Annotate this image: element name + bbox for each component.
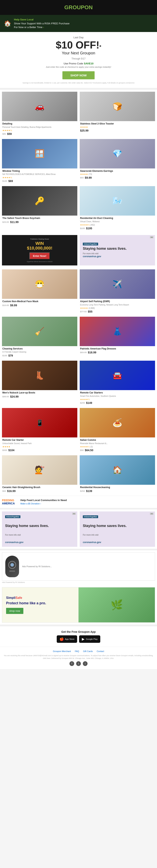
alone-sub-card-1: For more info visit (5, 534, 74, 536)
alone-url-1[interactable]: coronavirus.gov (83, 255, 152, 258)
product-card-1[interactable]: 🚗 Detailing Personal Touch Auto Detailin… (2, 92, 77, 137)
sale-price-6: $195 (86, 227, 92, 230)
simplisafe-ad-section[interactable]: SimpliSafe Protect home like a pro. shop… (0, 585, 157, 624)
product-title-8: Airport Self Parking (EWR) (80, 300, 155, 303)
product-info-12: Remote Car Starters Smart Fire Automotiv… (80, 390, 155, 406)
product-card-11[interactable]: 👢 Men's Nubuck Lace-up Boots $88.99 $24.… (2, 361, 77, 406)
original-price-4: $60 (80, 177, 84, 179)
groupon-logo: GROUPON (0, 2, 157, 13)
app-store-badge[interactable]: 🍎 App Store (57, 636, 77, 643)
feeding-america-donate-link[interactable]: Make a $5 Donation › (21, 502, 41, 505)
footer-links-container: Groupon Merchant FAQ Gift Cards Contact (3, 650, 154, 652)
google-play-icon: ▶ (82, 637, 85, 641)
product-stars-8: ★★★★ (2,868) (80, 307, 155, 309)
product-card-14[interactable]: 🍝 Italian Cuisine Riverside Manor Restau… (80, 408, 155, 453)
apple-icon: 🍎 (59, 637, 64, 641)
simplisafe-image-section: 🌿 (78, 587, 155, 622)
product-info-4: Swarovski Elements Earrings ★★★★ (73) $6… (80, 168, 155, 181)
app-download-section: Get the Free Groupon App 🍎 App Store ▶ G… (0, 626, 157, 647)
original-price-12: $299 (80, 402, 85, 404)
product-title-6: Residential Air-Duct Cleaning (80, 217, 155, 220)
alone-sub-card-2: For more info visit (83, 534, 152, 536)
pch-enter-button[interactable]: Enter Now! (29, 252, 50, 259)
product-stars-4: ★★★★ (73) (80, 173, 155, 176)
product-card-6[interactable]: 🌬️ Residential Air-Duct Cleaning Virtual… (80, 186, 155, 231)
alone-headline-1: Staying home saves lives. (83, 247, 152, 251)
product-image-13: 📱 (2, 408, 77, 437)
instagram-icon[interactable]: i (83, 661, 88, 666)
product-image-11: 👢 (2, 361, 77, 390)
product-card-7[interactable]: 😷 Custom Non-Medical Face Mask $19.99 $9… (2, 269, 77, 314)
product-card-3[interactable]: 🪟 Window Tinting NA TECHNOLOGIES AUTOMOB… (2, 139, 77, 184)
original-price-5: $29.99 (2, 221, 9, 223)
pch-ad-left: Publishers Clearing House WIN$10,000,000… (2, 235, 77, 266)
product-image-4: 💎 (80, 139, 155, 168)
product-info-11: Men's Nubuck Lace-up Boots $88.99 $24.99 (2, 390, 77, 399)
product-subtitle-1: Personal Touch Auto Detailing, Buena Rid… (2, 126, 77, 128)
alone-tag-1: #AloneTogether (83, 243, 98, 245)
product-card-13[interactable]: 📱 Remote Car Starter Untouchable Sound, … (2, 408, 77, 453)
product-subtitle-3: NA TECHNOLOGIES AUTOMOBILE SERVICES, All… (2, 173, 77, 176)
product-info-14: Italian Cuisine Riverside Manor Restaura… (80, 437, 155, 453)
google-play-badge[interactable]: ▶ Google Play (79, 636, 100, 643)
promo-sub-text: Just enter the code at checkout to apply… (6, 66, 151, 68)
product-info-3: Window Tinting NA TECHNOLOGIES AUTOMOBIL… (2, 168, 77, 184)
doorbell-ad-attribution: Ads Powered by RI Solutions (2, 581, 155, 583)
product-stars-12: ★★★★½ (80, 398, 155, 401)
product-image-10: 👗 (80, 317, 155, 346)
doorbell-image (5, 556, 19, 577)
product-stars-1: ★★★★½ (2, 129, 77, 132)
product-image-7: 😷 (2, 269, 77, 299)
coupon-disclaimer: Savings is not transferable, limited to … (6, 82, 151, 84)
simplisafe-shop-button[interactable]: shop now (6, 608, 23, 614)
feeding-america-section[interactable]: FEEDING AMERICA Help Feed Local Communit… (0, 496, 157, 508)
product-stars-3: ★★★★½ (2, 176, 77, 179)
original-price-15: $60 (2, 490, 6, 492)
promo-banner[interactable]: 🏠 Help Save Local Show Your Support With… (0, 15, 157, 32)
product-info-9: Cleaning Services In Friendly Carpet Cle… (2, 346, 77, 359)
product-title-13: Remote Car Starter (2, 439, 77, 442)
alone-together-pair: Ad #AloneTogether Staying home saves liv… (0, 509, 157, 549)
alone-url-card-2[interactable]: coronavirus.gov (83, 541, 152, 544)
sale-price-13: $104 (8, 448, 14, 452)
original-price-7: $19.99 (2, 304, 9, 307)
footer-section: Groupon Merchant FAQ Gift Cards Contact … (0, 647, 157, 669)
product-title-15: Ceramic Hair-Straightening Brush (2, 486, 77, 489)
product-card-5[interactable]: 🔑 The Safest Touch Brass Keychain $29.99… (2, 186, 77, 231)
pch-ad-banner[interactable]: Publishers Clearing House WIN$10,000,000… (0, 233, 157, 268)
product-title-10: Patriotic American Flag Dresses (80, 347, 155, 350)
footer-disclaimer: You are receiving this email because 180… (3, 654, 154, 660)
product-stars-2: ★★★★ (80, 126, 155, 128)
sale-price-4: $9.99 (85, 176, 92, 179)
product-card-12[interactable]: 🚘 Remote Car Starters Smart Fire Automot… (80, 361, 155, 406)
product-title-14: Italian Cuisine (80, 439, 155, 442)
facebook-icon[interactable]: f (69, 661, 74, 666)
product-subtitle-8: Economy Long Term Parking, Newark Long T… (80, 304, 155, 306)
product-card-4[interactable]: 💎 Swarovski Elements Earrings ★★★★ (73) … (80, 139, 155, 184)
footer-link-contact[interactable]: Contact (97, 650, 104, 652)
footer-link-faq[interactable]: FAQ (75, 650, 79, 652)
product-card-15[interactable]: 💇 Ceramic Hair-Straightening Brush $60 $… (2, 455, 77, 494)
sale-price-14: $64.50 (85, 448, 93, 452)
twitter-icon[interactable]: t (76, 661, 81, 666)
product-image-6: 🌬️ (80, 186, 155, 216)
product-card-2[interactable]: 🍞 Stainless Steel 2-Slice Toaster ★★★★ $… (80, 92, 155, 137)
product-card-9[interactable]: 🧹 Cleaning Services In Friendly Carpet C… (2, 317, 77, 359)
simplisafe-text-section: SimpliSafe Protect home like a pro. shop… (2, 587, 78, 622)
product-info-8: Airport Self Parking (EWR) Economy Long … (80, 299, 155, 314)
shop-now-button[interactable]: SHOP NOW (62, 71, 94, 79)
product-image-5: 🔑 (2, 186, 77, 216)
alone-url-card-1[interactable]: coronavirus.gov (5, 541, 74, 544)
sale-price-1: $59 (7, 132, 11, 135)
product-card-10[interactable]: 👗 Patriotic American Flag Dresses $69.99… (80, 317, 155, 359)
pch-win-text: WIN$10,000,000! (27, 241, 53, 250)
product-card-16[interactable]: 🏠 Residential Housecleaning $250 $139 (80, 455, 155, 494)
product-card-8[interactable]: ✈️ Airport Self Parking (EWR) Economy Lo… (80, 269, 155, 314)
product-image-16: 🏠 (80, 455, 155, 485)
promo-banner-icon: 🏠 (4, 20, 11, 27)
footer-link-giftcards[interactable]: Gift Cards (83, 650, 93, 652)
alone-sub-1: For more info visit (83, 252, 152, 255)
footer-link-merchant[interactable]: Groupon Merchant (53, 650, 71, 652)
product-image-9: 🧹 (2, 317, 77, 346)
doorbell-ad-section[interactable]: Ads Powered by RI Solutions... Ads Power… (0, 550, 157, 585)
